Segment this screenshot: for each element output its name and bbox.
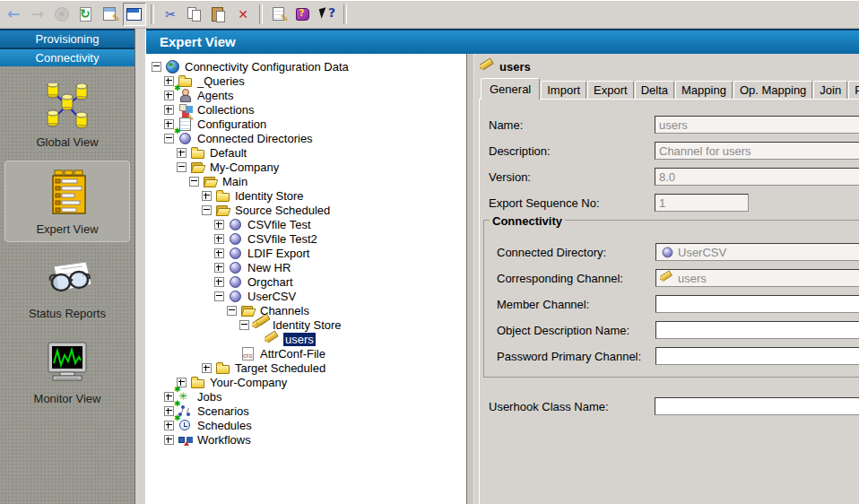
edit-properties-button[interactable] [99, 3, 122, 26]
tree-panel: Connectivity Configuration Data_QueriesA… [146, 54, 466, 504]
tree-expander-plus-icon[interactable] [164, 76, 174, 86]
tree-expander-plus-icon[interactable] [202, 363, 212, 373]
refresh-button[interactable] [74, 3, 98, 26]
tree-expander-minus-icon[interactable] [189, 177, 199, 187]
sidebar-item-monitor-view[interactable]: Monitor View [4, 332, 130, 412]
tree-item-main[interactable]: Main [146, 174, 466, 188]
tree-item-users[interactable]: users [146, 332, 466, 346]
tree-item-target-scheduled[interactable]: Target Scheduled [146, 361, 466, 375]
tree-expander-plus-icon[interactable] [214, 220, 224, 230]
connected-directories-icon [178, 131, 193, 145]
tree-expander-plus-icon[interactable] [177, 148, 187, 158]
tree-item-identity-store[interactable]: Identity Store [146, 188, 466, 203]
tree-item-connected-directories[interactable]: Connected Directories [146, 131, 466, 145]
tree-expander-minus-icon[interactable] [152, 62, 161, 72]
sidebar-item-expert-view[interactable]: Expert View [4, 161, 130, 242]
sidebar-item-label: Monitor View [5, 392, 129, 405]
tree-item-new-hr[interactable]: New HR [146, 260, 466, 274]
field-export-sequence-no[interactable]: 1 [655, 194, 749, 212]
new-note-button[interactable] [267, 3, 291, 26]
field-userhook-class-name[interactable] [655, 397, 859, 415]
tree-expander-minus-icon[interactable] [227, 306, 237, 316]
field-password-primary-channel[interactable] [655, 347, 859, 365]
tree-expander-minus-icon[interactable] [214, 291, 224, 301]
sidebar-item-status-reports[interactable]: Status Reports [4, 248, 130, 326]
tree-expander-plus-icon[interactable] [214, 263, 224, 273]
tree-item-schedules[interactable]: Schedules [146, 418, 466, 432]
tab-delta[interactable]: Delta [635, 81, 674, 99]
tree-item-workflows[interactable]: Workflows [146, 432, 466, 447]
tree-item-scenarios[interactable]: Scenarios [146, 404, 466, 418]
tree-expander-plus-icon[interactable] [202, 191, 212, 201]
tree-item-orgchart[interactable]: Orgchart [146, 274, 466, 289]
sidebar-tab-connectivity[interactable]: Connectivity [0, 48, 134, 66]
field-corresponding-channel[interactable]: users [655, 269, 859, 287]
tree-expander-plus-icon[interactable] [164, 91, 174, 100]
tree-item-ldif-export[interactable]: LDIF Export [146, 246, 466, 260]
form-row-export-sequence-no: Export Sequence No:1 [489, 194, 859, 212]
field-member-channel[interactable] [655, 295, 859, 313]
help-button[interactable] [291, 3, 315, 26]
tree-item-identity-store[interactable]: Identity Store [146, 317, 466, 332]
field-connected-directory[interactable]: UserCSV [655, 243, 859, 261]
field-description[interactable]: Channel for users [655, 142, 859, 160]
field-value: 8.0 [659, 170, 675, 184]
delete-button[interactable] [231, 3, 255, 26]
field-version[interactable]: 8.0 [655, 168, 859, 186]
panel-splitter[interactable] [466, 54, 474, 504]
tab-primary-c[interactable]: Primary C [848, 81, 859, 99]
sidebar-tab-provisioning[interactable]: Provisioning [0, 29, 134, 48]
tree-item-agents[interactable]: Agents [146, 88, 466, 102]
field-value: 1 [659, 196, 665, 210]
tree-item-usercsv[interactable]: UserCSV [146, 289, 466, 303]
tree-item-queries[interactable]: _Queries [146, 74, 466, 88]
tree-expander-plus-icon[interactable] [164, 392, 174, 402]
tree-item-configuration[interactable]: Configuration [146, 117, 466, 131]
tree-item-source-scheduled[interactable]: Source Scheduled [146, 203, 466, 217]
tree-item-connectivity-configuration-data[interactable]: Connectivity Configuration Data [146, 59, 466, 74]
tab-export[interactable]: Export [587, 81, 634, 99]
tree-item-my-company[interactable]: My-Company [146, 160, 466, 174]
tree-expander-plus-icon[interactable] [164, 105, 174, 115]
field-object-description-name[interactable] [655, 321, 859, 339]
tree-item-csvfile-test2[interactable]: CSVfile Test2 [146, 231, 466, 246]
toggle-panel-button[interactable] [123, 3, 146, 26]
tree-item-label: Identity Store [233, 189, 306, 203]
tab-op-mapping[interactable]: Op. Mapping [733, 81, 812, 99]
tree-item-jobs[interactable]: Jobs [146, 389, 466, 404]
back-button[interactable] [2, 3, 25, 26]
tree-item-your-company[interactable]: Your-Company [146, 375, 466, 389]
sidebar-splitter[interactable] [134, 29, 146, 504]
sidebar-item-global-view[interactable]: Global View [4, 75, 130, 155]
tree-expander-minus-icon[interactable] [177, 162, 187, 172]
tree-item-attrconf-file[interactable]: AttrConf-File [146, 346, 466, 361]
tab-general[interactable]: General [481, 78, 540, 100]
tab-import[interactable]: Import [541, 81, 586, 99]
tree-expander-plus-icon[interactable] [214, 234, 224, 244]
tree-expander-minus-icon[interactable] [164, 134, 174, 143]
form-row-version: Version:8.0 [489, 168, 859, 186]
tab-join[interactable]: Join [813, 81, 847, 99]
toolbar-separator [259, 4, 263, 24]
tab-mapping[interactable]: Mapping [675, 81, 733, 99]
tree-expander-plus-icon[interactable] [164, 435, 174, 445]
field-name[interactable]: users [655, 116, 859, 134]
tree-expander-plus-icon[interactable] [214, 277, 224, 287]
tree-expander-plus-icon[interactable] [164, 421, 174, 430]
tree-expander-minus-icon[interactable] [239, 320, 249, 330]
context-help-button[interactable] [316, 3, 339, 26]
tree-item-csvfile-test[interactable]: CSVfile Test [146, 217, 466, 231]
context-help-icon [319, 6, 335, 22]
help-book-icon [295, 6, 311, 22]
tree-expander-plus-icon[interactable] [164, 406, 174, 416]
tree-item-label: Target Scheduled [233, 361, 327, 375]
cut-button[interactable] [159, 3, 182, 26]
tree-item-default[interactable]: Default [146, 145, 466, 160]
tree-item-channels[interactable]: Channels [146, 303, 466, 317]
field-value: users [659, 118, 688, 132]
tree-expander-plus-icon[interactable] [164, 119, 174, 129]
tree-expander-minus-icon[interactable] [202, 205, 212, 215]
copy-button[interactable] [183, 3, 206, 26]
tree-expander-plus-icon[interactable] [214, 248, 224, 258]
paste-button[interactable] [207, 3, 230, 26]
